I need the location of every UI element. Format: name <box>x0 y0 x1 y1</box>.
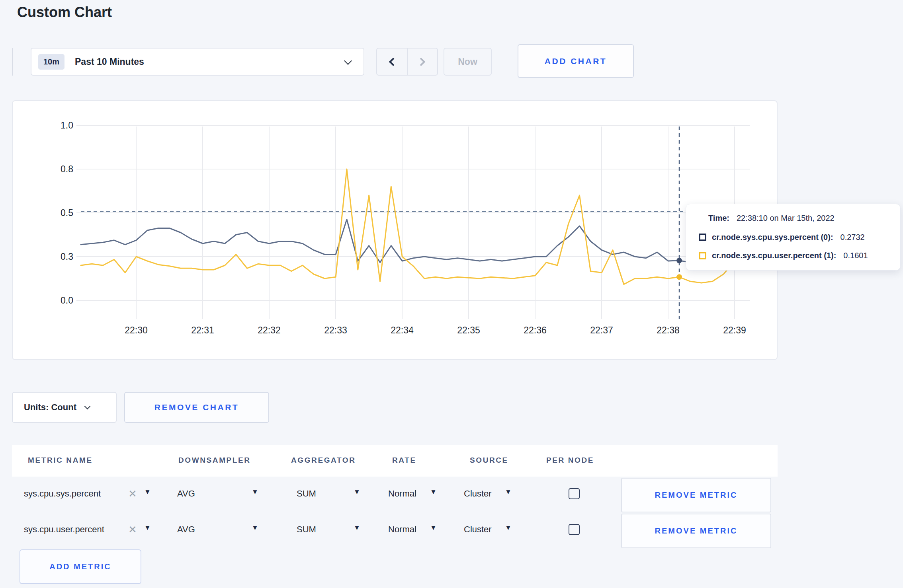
caret-down-icon[interactable]: ▼ <box>505 524 512 531</box>
chevron-right-icon <box>417 57 425 66</box>
y-axis-tick-label: 0.5 <box>61 208 73 218</box>
y-axis-tick-label: 0.8 <box>61 164 73 174</box>
caret-down-icon[interactable]: ▼ <box>354 524 360 531</box>
clear-metric-icon[interactable]: ✕ <box>128 524 137 535</box>
chart-card: 0.00.30.50.81.022:3022:3122:3222:3322:34… <box>12 100 778 360</box>
metric-name-select[interactable]: sys.cpu.user.percent <box>24 524 104 535</box>
per-node-checkbox[interactable] <box>569 488 580 499</box>
x-axis-tick-label: 22:36 <box>524 325 547 335</box>
caret-down-icon[interactable]: ▼ <box>144 524 151 531</box>
time-nav-group <box>376 48 438 76</box>
downsampler-select[interactable]: AVG <box>177 524 195 535</box>
x-axis-tick-label: 22:34 <box>391 325 414 335</box>
y-axis-tick-label: 0.0 <box>61 295 73 306</box>
downsampler-select[interactable]: AVG <box>177 489 195 499</box>
x-axis-tick-label: 22:32 <box>258 325 281 335</box>
column-header-metric-name: METRIC NAME <box>28 456 93 465</box>
tooltip-time-label: Time: <box>708 214 729 223</box>
x-axis-tick-label: 22:39 <box>723 325 746 335</box>
column-header-per-node: PER NODE <box>546 456 594 465</box>
source-select[interactable]: Cluster <box>464 524 492 535</box>
x-axis-tick-label: 22:33 <box>324 325 347 335</box>
series-user-swatch-icon <box>699 252 706 259</box>
tooltip-series-sys-value: 0.2732 <box>840 233 865 242</box>
time-range-label: Past 10 Minutes <box>75 56 144 67</box>
x-axis-tick-label: 22:37 <box>590 325 613 335</box>
y-axis-tick-label: 1.0 <box>61 120 73 130</box>
custom-chart-plot[interactable]: 0.00.30.50.81.022:3022:3122:3222:3322:34… <box>13 101 778 361</box>
x-axis-tick-label: 22:35 <box>457 325 480 335</box>
column-header-downsampler: DOWNSAMPLER <box>178 456 251 465</box>
tooltip-series-user-label: cr.node.sys.cpu.user.percent (1): <box>712 251 836 260</box>
caret-down-icon[interactable]: ▼ <box>252 489 258 495</box>
aggregator-select[interactable]: SUM <box>297 489 316 499</box>
time-range-badge: 10m <box>38 54 64 70</box>
tooltip-time-value: 22:38:10 on Mar 15th, 2022 <box>737 214 835 223</box>
caret-down-icon[interactable]: ▼ <box>430 489 437 495</box>
add-metric-button[interactable]: ADD METRIC <box>20 549 141 584</box>
time-range-select[interactable]: 10m Past 10 Minutes <box>31 48 364 76</box>
x-axis-tick-label: 22:38 <box>657 325 680 335</box>
rate-select[interactable]: Normal <box>388 524 416 535</box>
aggregator-select[interactable]: SUM <box>297 524 316 535</box>
time-forward-button[interactable] <box>408 49 438 75</box>
x-axis-tick-label: 22:30 <box>125 325 148 335</box>
column-header-rate: RATE <box>392 456 416 465</box>
x-axis-tick-label: 22:31 <box>191 325 214 335</box>
column-header-source: SOURCE <box>470 456 508 465</box>
series-line <box>81 220 746 263</box>
remove-metric-button[interactable]: REMOVE METRIC <box>621 514 771 548</box>
source-select[interactable]: Cluster <box>464 489 492 499</box>
units-select[interactable]: Units: Count <box>12 392 117 423</box>
chart-tooltip: Time: 22:38:10 on Mar 15th, 2022 cr.node… <box>686 204 901 271</box>
chevron-down-icon <box>344 57 352 65</box>
time-back-button[interactable] <box>377 49 408 75</box>
clear-metric-icon[interactable]: ✕ <box>128 489 137 499</box>
toolbar-divider <box>12 48 13 76</box>
custom-chart-page: Custom Chart 10m Past 10 Minutes Now ADD… <box>0 0 903 588</box>
caret-down-icon[interactable]: ▼ <box>252 524 258 531</box>
caret-down-icon[interactable]: ▼ <box>430 524 437 531</box>
column-header-aggregator: AGGREGATOR <box>291 456 356 465</box>
per-node-checkbox[interactable] <box>569 524 580 535</box>
page-title: Custom Chart <box>17 4 112 21</box>
hover-point-dot <box>676 258 682 263</box>
units-label: Units: Count <box>24 402 76 413</box>
add-chart-button[interactable]: ADD CHART <box>518 44 634 78</box>
series-line <box>81 169 746 284</box>
now-button[interactable]: Now <box>444 48 492 76</box>
tooltip-series-user-value: 0.1601 <box>843 251 868 260</box>
rate-select[interactable]: Normal <box>388 489 416 499</box>
chevron-left-icon <box>389 57 397 66</box>
metric-name-select[interactable]: sys.cpu.sys.percent <box>24 489 101 499</box>
remove-chart-button[interactable]: REMOVE CHART <box>124 392 269 423</box>
hover-point-dot <box>676 274 682 280</box>
tooltip-series-sys-label: cr.node.sys.cpu.sys.percent (0): <box>712 233 833 242</box>
y-axis-tick-label: 0.3 <box>61 251 73 262</box>
caret-down-icon[interactable]: ▼ <box>354 489 360 495</box>
series-sys-swatch-icon <box>699 234 706 241</box>
caret-down-icon[interactable]: ▼ <box>144 489 151 495</box>
remove-metric-button[interactable]: REMOVE METRIC <box>621 478 771 512</box>
caret-down-icon[interactable]: ▼ <box>505 489 512 495</box>
chevron-down-icon <box>84 403 91 409</box>
